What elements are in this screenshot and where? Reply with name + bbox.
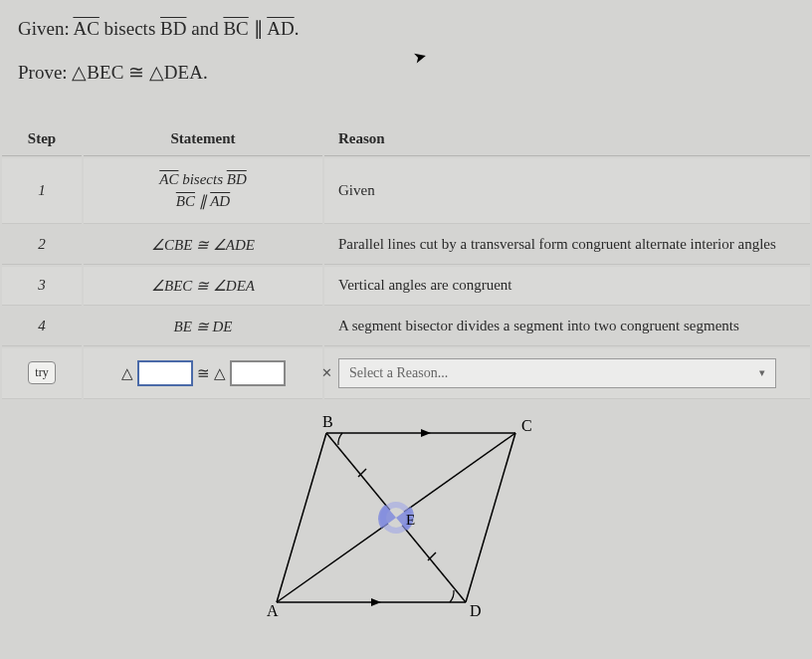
congruent-symbol: ≅ — [123, 62, 149, 83]
header-step: Step — [2, 122, 82, 156]
try-button[interactable]: try — [28, 361, 55, 384]
table-row: 4 BE ≅ DE A segment bisector divides a s… — [2, 308, 810, 346]
proof-table: Step Statement Reason 1 AC bisects BD BC… — [0, 120, 812, 401]
label-D: D — [470, 602, 482, 619]
header-reason: Reason — [324, 122, 810, 156]
step-number: 3 — [2, 267, 82, 306]
label-A: A — [267, 602, 279, 619]
given-prefix: Given: — [18, 18, 73, 39]
triangle-DEA: △DEA — [149, 62, 203, 83]
text-and: and — [186, 18, 223, 39]
svg-line-9 — [428, 552, 436, 560]
triangle-2-input[interactable] — [230, 360, 286, 386]
prove-prefix: Prove: — [18, 62, 72, 83]
statement-cell: AC bisects BD BC ∥ AD — [84, 158, 322, 224]
label-B: B — [322, 413, 333, 430]
segment-BD: BD — [160, 18, 186, 39]
given-end: . — [295, 18, 300, 39]
txt: ∥ — [195, 193, 210, 209]
svg-marker-6 — [421, 429, 431, 437]
triangle-BEC: △BEC — [72, 62, 123, 83]
reason-cell: A segment bisector divides a segment int… — [324, 308, 810, 346]
reason-placeholder: Select a Reason... — [349, 365, 448, 381]
segment-AC: AC — [73, 18, 99, 39]
input-row: try △ ≅ △ ✕ Select a Reason... ▾ — [2, 348, 810, 399]
triangle-symbol-icon: △ — [121, 364, 133, 382]
prove-end: . — [203, 62, 208, 83]
prove-statement: Prove: △BEC ≅ △DEA. — [18, 58, 794, 88]
statement-cell: ∠BEC ≅ ∠DEA — [84, 267, 322, 306]
svg-marker-7 — [371, 598, 381, 606]
reason-cell: Parallel lines cut by a transversal form… — [324, 226, 810, 265]
triangle-symbol-icon: △ — [214, 364, 226, 382]
congruent-symbol-icon: ≅ — [197, 364, 210, 382]
text-bisects: bisects — [100, 18, 160, 39]
svg-line-3 — [277, 433, 326, 602]
svg-line-1 — [466, 433, 515, 602]
seg: AC — [159, 171, 178, 187]
given-statement: Given: AC bisects BD and BC ∥ AD. — [18, 14, 794, 44]
reason-cell: Vertical angles are congruent — [324, 267, 810, 306]
label-C: C — [521, 417, 532, 434]
reason-select[interactable]: ✕ Select a Reason... ▾ — [338, 358, 776, 388]
step-number: 4 — [2, 308, 82, 346]
label-E: E — [406, 512, 415, 528]
geometry-figure: B C D A E — [0, 413, 812, 636]
triangle-congruence-input: △ ≅ △ — [121, 360, 286, 386]
step-number: 1 — [2, 158, 82, 224]
table-row: 1 AC bisects BD BC ∥ AD Given — [2, 158, 810, 224]
seg: BC — [176, 193, 195, 209]
table-row: 2 ∠CBE ≅ ∠ADE Parallel lines cut by a tr… — [2, 226, 810, 265]
table-row: 3 ∠BEC ≅ ∠DEA Vertical angles are congru… — [2, 267, 810, 306]
header-statement: Statement — [84, 122, 322, 156]
reason-cell: Given — [324, 158, 810, 224]
seg: BD — [227, 171, 247, 187]
txt: bisects — [178, 171, 226, 187]
chevron-down-icon: ▾ — [759, 366, 765, 379]
statement-cell: BE ≅ DE — [84, 308, 322, 346]
triangle-1-input[interactable] — [137, 360, 193, 386]
segment-AD: AD — [267, 18, 294, 39]
statement-cell: ∠CBE ≅ ∠ADE — [84, 226, 322, 265]
problem-header: Given: AC bisects BD and BC ∥ AD. Prove:… — [0, 0, 812, 99]
segment-BC: BC — [223, 18, 248, 39]
step-number: 2 — [2, 226, 82, 265]
parallel-symbol: ∥ — [249, 18, 267, 39]
seg-cong: BE ≅ DE — [174, 319, 233, 334]
seg: AD — [210, 193, 230, 209]
close-icon[interactable]: ✕ — [321, 365, 332, 381]
